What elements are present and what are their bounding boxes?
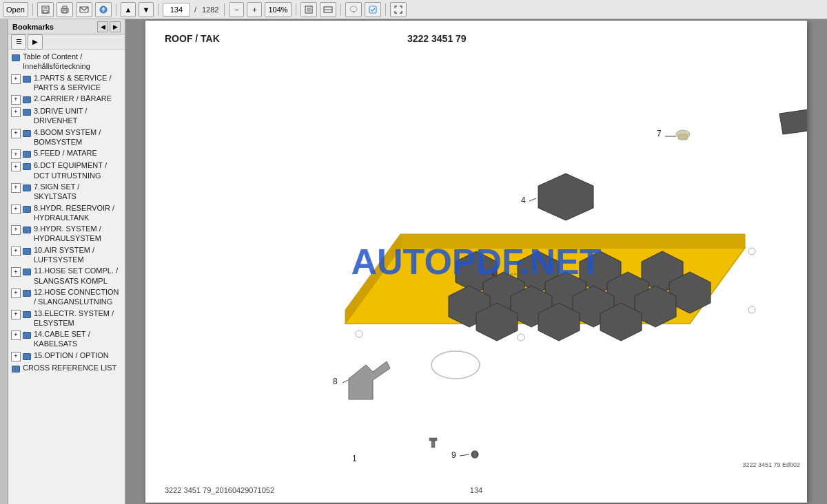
page-number-input[interactable]: 134 <box>163 3 190 17</box>
expand-2[interactable]: + <box>11 95 21 105</box>
sidebar-label-8: 8.HYDR. RESERVOIR / HYDRAULTANK <box>34 203 122 223</box>
sidebar-item-14[interactable]: + 14.CABLE SET / KABELSATS <box>8 328 125 350</box>
sidebar-item-6[interactable]: + 6.DCT EQUIPMENT / DCT UTRUSTNING <box>8 160 125 181</box>
sidebar-item-toc[interactable]: Table of Content / Innehållsförteckning <box>8 51 125 72</box>
book-icon-4 <box>22 129 32 138</box>
book-icon-14 <box>22 330 32 340</box>
sidebar-label-12: 12.HOSE CONNECTION / SLANGANSLUTNING <box>34 287 122 307</box>
content-area: ROOF / TAK 3222 3451 79 AUTOPDF.NET <box>125 19 827 504</box>
sidebar-item-4[interactable]: + 4.BOOM SYSTEM / BOMSYSTEM <box>8 127 125 148</box>
expand-9[interactable]: + <box>11 225 21 235</box>
separator-3 <box>158 3 159 16</box>
part-7 <box>676 130 690 140</box>
sidebar-label-7: 7.SIGN SET / SKYLTSATS <box>34 182 122 202</box>
expand-11[interactable]: + <box>11 267 21 277</box>
sidebar-item-7[interactable]: + 7.SIGN SET / SKYLTSATS <box>8 181 125 202</box>
sidebar-item-10[interactable]: + 10.AIR SYSTEM / LUFTSYSTEM <box>8 244 125 266</box>
label-2: 2 <box>491 268 496 277</box>
label-1: 1 <box>352 454 357 463</box>
sidebar-label-2: 2.CARRIER / BÄRARE <box>34 94 122 103</box>
expand-4[interactable]: + <box>11 129 21 138</box>
book-icon-10 <box>22 246 32 256</box>
sidebar-collapse-btn[interactable]: ◀ <box>97 21 108 32</box>
zoom-in-button[interactable]: + <box>247 2 262 17</box>
svg-point-37 <box>356 330 363 337</box>
sidebar-item-1[interactable]: + 1.PARTS & SERVICE / PARTS & SERVICE <box>8 72 125 94</box>
sidebar-label-13: 13.ELECTR. SYSTEM / ELSYSTEM <box>34 308 122 328</box>
leader-8 <box>343 380 348 383</box>
prev-button[interactable]: ▲ <box>121 2 136 17</box>
sidebar-action-btn[interactable]: ▶ <box>28 34 43 50</box>
svg-marker-17 <box>400 234 745 248</box>
svg-rect-44 <box>473 451 477 458</box>
fullscreen-button[interactable] <box>390 2 407 17</box>
expand-7[interactable]: + <box>11 183 21 193</box>
print-icon <box>60 5 70 14</box>
upload-button[interactable] <box>95 2 112 17</box>
sidebar-item-3[interactable]: + 3.DRIVE UNIT / DRIVENHET <box>8 105 125 127</box>
save-button[interactable] <box>37 2 54 17</box>
page-separator: / <box>193 6 198 14</box>
svg-rect-2 <box>43 10 48 13</box>
mark-button[interactable] <box>365 2 381 17</box>
label-7: 7 <box>657 129 662 138</box>
part-4 <box>538 174 593 220</box>
sidebar-label-3: 3.DRIVE UNIT / DRIVENHET <box>34 106 122 126</box>
page-bottom-center: 134 <box>470 486 482 494</box>
expand-1[interactable]: + <box>11 74 21 84</box>
fit-width-button[interactable] <box>320 2 336 17</box>
expand-13[interactable]: + <box>11 310 21 319</box>
upload-icon <box>99 5 108 14</box>
ed-reference: 3222 3451 79 Ed002 <box>742 461 800 468</box>
svg-rect-10 <box>307 8 311 12</box>
sidebar-item-15[interactable]: + 15.OPTION / OPTION <box>8 350 125 362</box>
sidebar-expand-btn[interactable]: ▶ <box>110 21 121 32</box>
sidebar-item-11[interactable]: + 11.HOSE SET COMPL. / SLANGSATS KOMPL <box>8 265 125 286</box>
print-button[interactable] <box>57 2 73 17</box>
main-area: Bookmarks ◀ ▶ ☰ ▶ Table of Content / Inn… <box>0 19 827 504</box>
expand-12[interactable]: + <box>11 288 21 298</box>
bookmarks-title: Bookmarks <box>12 23 54 31</box>
separator-4 <box>224 3 225 16</box>
expand-15[interactable]: + <box>11 352 21 361</box>
sidebar-item-9[interactable]: + 9.HYDR. SYSTEM / HYDRAULSYSTEM <box>8 223 125 244</box>
expand-14[interactable]: + <box>11 330 21 340</box>
expand-5[interactable]: + <box>11 149 21 159</box>
book-icon <box>11 53 21 63</box>
leader-9 <box>460 454 469 456</box>
sidebar-toolbar: ☰ ▶ <box>8 34 125 50</box>
sidebar-item-2[interactable]: + 2.CARRIER / BÄRARE <box>8 93 125 105</box>
fullscreen-icon <box>394 5 403 14</box>
sidebar-header: Bookmarks ◀ ▶ <box>8 19 125 34</box>
separator-1 <box>32 3 33 16</box>
expand-6[interactable]: + <box>11 162 21 171</box>
expand-10[interactable]: + <box>11 246 21 256</box>
sidebar-item-crl[interactable]: CROSS REFERENCE LIST <box>8 362 125 375</box>
sidebar-toc-label: Table of Content / Innehållsförteckning <box>23 52 122 72</box>
sidebar-item-5[interactable]: + 5.FEED / MATARE <box>8 147 125 160</box>
mark-icon <box>368 5 378 14</box>
next-button[interactable]: ▼ <box>139 2 154 17</box>
roof-panel <box>345 234 755 379</box>
email-button[interactable] <box>76 2 92 17</box>
sidebar-item-12[interactable]: + 12.HOSE CONNECTION / SLANGANSLUTNING <box>8 286 125 308</box>
sidebar-item-8[interactable]: + 8.HYDR. RESERVOIR / HYDRAULTANK <box>8 202 125 224</box>
sidebar: Bookmarks ◀ ▶ ☰ ▶ Table of Content / Inn… <box>8 19 125 504</box>
sidebar-new-btn[interactable]: ☰ <box>11 34 26 50</box>
svg-rect-40 <box>678 134 688 140</box>
sidebar-item-13[interactable]: + 13.ELECTR. SYSTEM / ELSYSTEM <box>8 308 125 329</box>
zoom-out-button[interactable]: − <box>229 2 244 17</box>
bolt-detail <box>429 438 437 448</box>
part-diagram: 5 7 6 4 <box>145 21 807 503</box>
expand-3[interactable]: + <box>11 107 21 117</box>
book-icon-9 <box>22 225 32 235</box>
fit-page-button[interactable] <box>300 2 317 17</box>
expand-8[interactable]: + <box>11 204 21 214</box>
annotation-button[interactable] <box>345 2 362 17</box>
zoom-level-button[interactable]: 104% <box>265 2 291 17</box>
page-view: ROOF / TAK 3222 3451 79 AUTOPDF.NET <box>145 21 807 503</box>
svg-point-34 <box>431 351 480 379</box>
open-button[interactable]: Open <box>3 2 28 17</box>
part-9 <box>471 451 478 458</box>
svg-point-13 <box>350 6 357 12</box>
